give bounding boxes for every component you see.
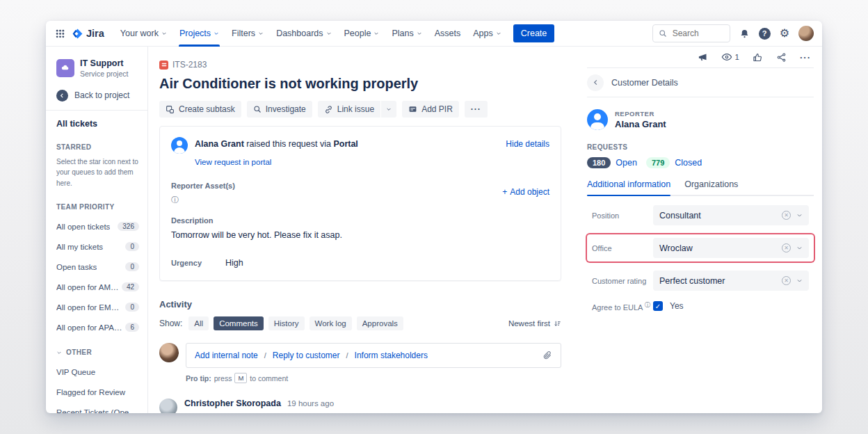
panel-more-icon[interactable]: ···	[800, 52, 811, 63]
sidebar-item-all-open-tickets[interactable]: All open tickets 326	[56, 222, 139, 231]
comment-author[interactable]: Christopher Skoropada	[184, 399, 281, 408]
add-pir-button[interactable]: Add PIR	[402, 101, 459, 118]
tab-organizations[interactable]: Organizations	[684, 179, 738, 195]
office-value: Wroclaw	[659, 243, 693, 253]
chevron-down-icon[interactable]	[796, 245, 803, 251]
sidebar-item-amer-region[interactable]: All open for AMER Regi... 42	[56, 282, 139, 291]
closed-requests-link[interactable]: Closed	[675, 158, 702, 168]
create-button[interactable]: Create	[513, 24, 555, 42]
sidebar-item-vip-queue[interactable]: VIP Queue	[56, 368, 139, 376]
panel-back-button[interactable]	[587, 74, 604, 91]
back-to-project[interactable]: Back to project	[56, 90, 139, 102]
nav-item-plans[interactable]: Plans	[385, 21, 428, 47]
link-issue-dropdown-button[interactable]	[381, 101, 396, 118]
open-requests-link[interactable]: Open	[616, 158, 637, 168]
clear-icon[interactable]: ✕	[782, 211, 791, 220]
chevron-down-icon	[214, 31, 219, 36]
jira-logo[interactable]: Jira	[72, 28, 104, 40]
nav-item-your-work[interactable]: Your work	[114, 21, 173, 47]
eula-checkbox[interactable]: ✓	[653, 301, 663, 311]
field-row-eula: Agree to EULA ⓘ ✓ Yes	[587, 301, 814, 312]
position-value: Consultant	[659, 211, 701, 220]
more-actions-button[interactable]: ···	[465, 101, 488, 118]
nav-item-apps[interactable]: Apps	[467, 21, 508, 47]
breadcrumb[interactable]: ITS-2183	[159, 60, 207, 70]
sidebar-item-recent-tickets[interactable]: Recent Tickets (Open & Cl...	[56, 408, 139, 413]
sidebar-item-emea-region[interactable]: All open for EMEA Region 0	[56, 303, 139, 312]
requests-stats: 180 Open 779 Closed	[587, 157, 814, 168]
nav-item-projects[interactable]: Projects	[173, 21, 225, 47]
filter-all[interactable]: All	[188, 316, 209, 330]
sort-control[interactable]: Newest first	[508, 319, 561, 328]
filter-comments[interactable]: Comments	[214, 316, 264, 330]
clear-icon[interactable]: ✕	[782, 243, 791, 252]
sidebar-item-open-tasks[interactable]: Open tasks 0	[56, 262, 139, 271]
user-avatar[interactable]	[798, 26, 814, 41]
attachment-paperclip-icon[interactable]	[542, 351, 552, 360]
feedback-megaphone-icon[interactable]	[698, 52, 708, 63]
issue-key: ITS-2183	[172, 60, 207, 70]
field-row-office: Office Wroclaw ✕	[587, 234, 814, 262]
office-select[interactable]: Wroclaw ✕	[653, 238, 809, 258]
project-type: Service project	[80, 70, 128, 78]
watchers-control[interactable]: 1	[721, 51, 739, 63]
global-search[interactable]	[652, 24, 730, 42]
investigate-button[interactable]: Investigate	[247, 101, 312, 118]
add-internal-note-link[interactable]: Add internal note	[195, 351, 258, 360]
sidebar-item-flagged-for-review[interactable]: Flagged for Review	[56, 388, 139, 396]
customer-rating-value: Perfect customer	[659, 276, 725, 286]
count-badge: 42	[122, 282, 139, 291]
inform-stakeholders-link[interactable]: Inform stakeholders	[355, 351, 428, 360]
description-label: Description	[171, 216, 549, 225]
customer-rating-select[interactable]: Perfect customer ✕	[653, 271, 809, 291]
reply-to-customer-link[interactable]: Reply to customer	[273, 351, 340, 360]
urgency-value: High	[225, 258, 243, 268]
hide-details-link[interactable]: Hide details	[506, 137, 549, 149]
raised-request-line: Alana Grant raised this request via Port…	[195, 137, 358, 149]
info-icon[interactable]: ⓘ	[171, 195, 179, 205]
nav-item-dashboards[interactable]: Dashboards	[270, 21, 337, 47]
other-section-header[interactable]: OTHER	[56, 348, 139, 356]
project-avatar-icon	[56, 59, 74, 77]
eula-label: Agree to EULA	[592, 303, 643, 312]
top-navigation: Jira Your work Projects Filters Dashboar…	[46, 21, 822, 47]
filter-work-log[interactable]: Work log	[310, 316, 352, 330]
count-badge: 326	[118, 222, 139, 231]
sidebar-item-all-my-tickets[interactable]: All my tickets 0	[56, 242, 139, 251]
sidebar-item-all-tickets[interactable]: All tickets	[56, 119, 139, 129]
search-input[interactable]	[671, 28, 721, 39]
position-select[interactable]: Consultant ✕	[653, 205, 809, 225]
sidebar-item-apac-region[interactable]: All open for APAC Region 6	[56, 323, 139, 332]
filter-approvals[interactable]: Approvals	[357, 316, 403, 330]
chevron-down-icon[interactable]	[796, 278, 803, 284]
view-request-in-portal-link[interactable]: View request in portal	[195, 158, 549, 166]
link-issue-button[interactable]: Link issue	[318, 101, 380, 118]
settings-gear-icon[interactable]: ⚙	[780, 28, 789, 39]
share-icon[interactable]	[776, 52, 787, 63]
filter-history[interactable]: History	[268, 316, 305, 330]
vote-thumbs-up-icon[interactable]	[753, 52, 763, 63]
clear-icon[interactable]: ✕	[782, 276, 791, 285]
field-row-customer-rating: Customer rating Perfect customer ✕	[587, 267, 814, 294]
chevron-down-icon[interactable]	[796, 212, 803, 218]
project-name: IT Support	[80, 58, 124, 68]
notifications-icon[interactable]	[739, 29, 750, 39]
chevron-down-icon	[496, 31, 501, 36]
app-switcher-icon[interactable]	[56, 29, 65, 38]
project-header[interactable]: IT Support Service project	[56, 58, 139, 78]
nav-item-assets[interactable]: Assets	[428, 21, 467, 47]
help-icon[interactable]: ?	[759, 28, 771, 40]
comment-timestamp[interactable]: 19 hours ago	[287, 399, 334, 408]
add-object-link[interactable]: + Add object	[502, 179, 549, 205]
activity-filters: Show: All Comments History Work log Appr…	[159, 316, 561, 330]
panel-title: Customer Details	[611, 78, 678, 88]
tab-additional-information[interactable]: Additional information	[587, 179, 670, 195]
nav-item-filters[interactable]: Filters	[225, 21, 270, 47]
panel-header: Customer Details	[587, 68, 814, 97]
nav-item-people[interactable]: People	[338, 21, 386, 47]
create-subtask-button[interactable]: Create subtask	[159, 101, 241, 118]
info-icon[interactable]: ⓘ	[645, 301, 651, 308]
composer-box[interactable]: Add internal note / Reply to customer / …	[186, 343, 561, 368]
jira-logo-text: Jira	[86, 28, 104, 39]
requests-label: REQUESTS	[587, 143, 814, 151]
